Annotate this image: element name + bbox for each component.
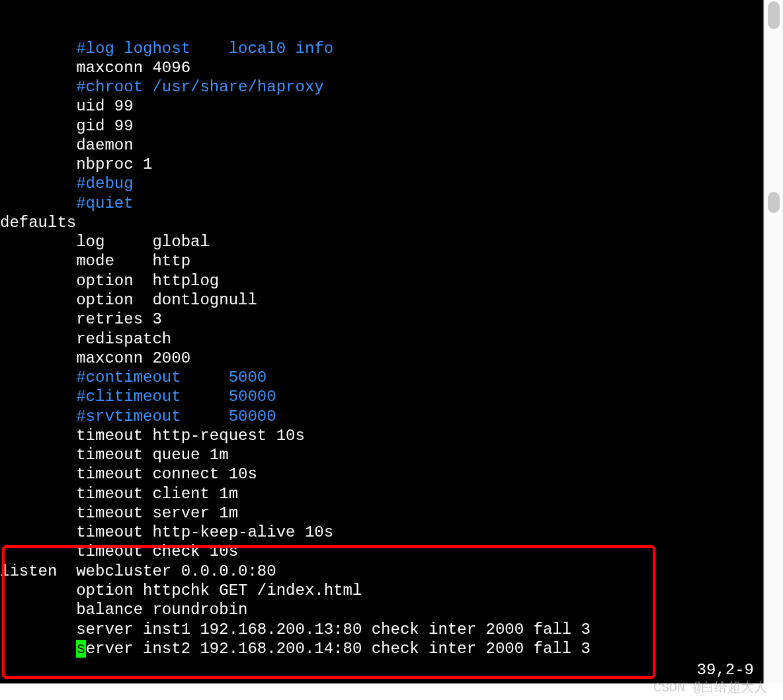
code-text: daemon bbox=[76, 136, 133, 154]
code-text: defaults bbox=[0, 214, 76, 232]
code-line[interactable]: listen webcluster 0.0.0.0:80 bbox=[0, 562, 763, 581]
code-line[interactable]: nbproc 1 bbox=[0, 155, 763, 174]
comment-text: #srvtimeout 50000 bbox=[76, 408, 276, 425]
code-line[interactable]: daemon bbox=[0, 136, 763, 155]
code-line[interactable]: #clitimeout 50000 bbox=[0, 387, 763, 406]
comment-text: #chroot /usr/share/haproxy bbox=[76, 78, 323, 96]
code-line[interactable]: timeout queue 1m bbox=[0, 445, 763, 464]
code-line[interactable]: #debug bbox=[0, 174, 763, 193]
code-text: option httpchk GET /index.html bbox=[76, 582, 362, 599]
terminal[interactable]: #log loghost local0 info maxconn 4096 #c… bbox=[0, 0, 764, 683]
code-line[interactable]: #log loghost local0 info bbox=[0, 39, 763, 58]
vim-status-position: 39,2-9 bbox=[697, 660, 754, 679]
code-line[interactable]: #quiet bbox=[0, 194, 763, 213]
code-line[interactable]: uid 99 bbox=[0, 97, 763, 116]
code-line[interactable]: #srvtimeout 50000 bbox=[0, 407, 763, 426]
code-line[interactable]: mode http bbox=[0, 251, 763, 271]
code-line[interactable]: maxconn 4096 bbox=[0, 58, 763, 77]
comment-text: #contimeout 5000 bbox=[76, 369, 267, 386]
code-text: mode http bbox=[76, 252, 190, 270]
code-text: retries 3 bbox=[76, 310, 162, 328]
code-text: timeout connect 10s bbox=[76, 465, 257, 483]
comment-text: #quiet bbox=[76, 195, 133, 212]
code-line[interactable]: #contimeout 5000 bbox=[0, 368, 763, 387]
code-text: timeout check 10s bbox=[76, 543, 238, 560]
code-text: timeout http-keep-alive 10s bbox=[76, 523, 333, 541]
code-text: timeout queue 1m bbox=[76, 446, 228, 464]
comment-text: #clitimeout 50000 bbox=[76, 388, 276, 406]
code-text: option dontlognull bbox=[76, 291, 257, 309]
code-text: nbproc 1 bbox=[76, 155, 152, 173]
code-text: listen webcluster 0.0.0.0:80 bbox=[0, 562, 276, 580]
cursor: s bbox=[76, 640, 85, 658]
code-line[interactable]: gid 99 bbox=[0, 116, 763, 136]
code-line[interactable]: option httpchk GET /index.html bbox=[0, 581, 763, 600]
code-text: redispatch bbox=[76, 330, 171, 348]
code-line[interactable]: balance roundrobin bbox=[0, 600, 763, 619]
code-text: uid 99 bbox=[76, 97, 133, 115]
code-line[interactable]: defaults bbox=[0, 213, 763, 232]
code-line[interactable]: server inst2 192.168.200.14:80 check int… bbox=[0, 639, 763, 658]
scrollbar-thumb[interactable] bbox=[768, 192, 780, 213]
code-line[interactable]: timeout server 1m bbox=[0, 503, 763, 523]
code-text: timeout client 1m bbox=[76, 485, 238, 503]
app-window: #log loghost local0 info maxconn 4096 #c… bbox=[0, 0, 783, 700]
comment-text: #log loghost local0 info bbox=[76, 40, 333, 58]
code-line[interactable]: timeout check 10s bbox=[0, 542, 763, 561]
scrollbar[interactable] bbox=[764, 0, 783, 683]
code-text: log global bbox=[76, 233, 210, 251]
code-text: balance roundrobin bbox=[76, 601, 247, 619]
code-line[interactable]: timeout http-keep-alive 10s bbox=[0, 523, 763, 542]
comment-text: #debug bbox=[76, 175, 133, 193]
code-text: maxconn 2000 bbox=[76, 349, 190, 367]
code-line[interactable]: retries 3 bbox=[0, 310, 763, 329]
code-text: erver inst2 192.168.200.14:80 check inte… bbox=[86, 640, 591, 658]
code-line[interactable]: server inst1 192.168.200.13:80 check int… bbox=[0, 620, 763, 639]
code-line[interactable]: redispatch bbox=[0, 329, 763, 349]
code-line[interactable]: log global bbox=[0, 232, 763, 251]
code-text: gid 99 bbox=[76, 117, 133, 135]
code-line[interactable]: option httplog bbox=[0, 271, 763, 290]
editor-content[interactable]: #log loghost local0 info maxconn 4096 #c… bbox=[0, 39, 763, 659]
code-line[interactable]: timeout connect 10s bbox=[0, 464, 763, 484]
scrollbar-thumb[interactable] bbox=[768, 1, 780, 29]
code-line[interactable]: timeout http-request 10s bbox=[0, 426, 763, 445]
code-line[interactable]: timeout client 1m bbox=[0, 484, 763, 503]
code-text: maxconn 4096 bbox=[76, 59, 190, 77]
code-text: timeout server 1m bbox=[76, 504, 238, 522]
code-text: server inst1 192.168.200.13:80 check int… bbox=[76, 621, 591, 638]
code-line[interactable]: option dontlognull bbox=[0, 290, 763, 310]
code-line[interactable]: maxconn 2000 bbox=[0, 349, 763, 368]
code-text: option httplog bbox=[76, 272, 219, 290]
code-text: timeout http-request 10s bbox=[76, 427, 305, 445]
code-line[interactable]: #chroot /usr/share/haproxy bbox=[0, 77, 763, 97]
